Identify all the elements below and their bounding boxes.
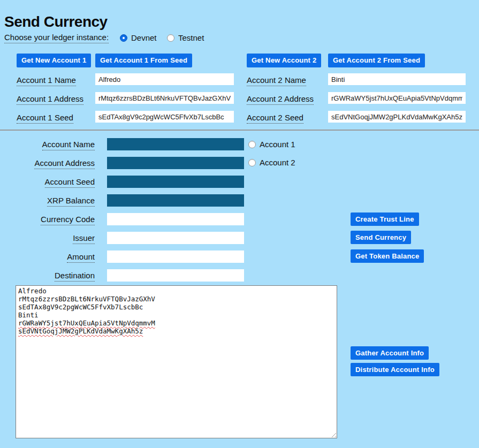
ledger-instance-label: Choose your ledger instance: (4, 33, 109, 42)
currency-code-input[interactable] (107, 213, 244, 225)
send-currency-button[interactable]: Send Currency (351, 231, 411, 244)
account1-radio-label: Account 1 (260, 140, 295, 149)
account-info-textarea[interactable]: AlfredorMtqz6zzrsBDzBLt6NrkuVFTQBvJazGXh… (16, 285, 337, 438)
account-info-line: rGWRaWY5jst7hUxQEuApia5VtNpVdqmmvM (18, 319, 334, 327)
devnet-radio-option[interactable]: Devnet (120, 33, 157, 42)
get-token-balance-button[interactable]: Get Token Balance (351, 249, 424, 263)
account2-radio[interactable] (248, 159, 256, 166)
xrp-balance-label: XRP Balance (0, 194, 95, 207)
issuer-input[interactable] (107, 232, 244, 244)
testnet-radio[interactable] (167, 34, 174, 42)
account2-address-input[interactable] (328, 92, 466, 104)
devnet-label: Devnet (131, 33, 157, 42)
get-account2-from-seed-button[interactable]: Get Account 2 From Seed (328, 54, 425, 67)
account1-address-label: Account 1 Address (17, 94, 83, 103)
section-divider (0, 130, 479, 131)
devnet-radio[interactable] (120, 34, 127, 42)
account-info-line: sEdTAx8gV9c2pgWcWC5FfvXb7LscbBc (18, 303, 334, 311)
gather-account-info-button[interactable]: Gather Account Info (351, 346, 429, 360)
account-name-field[interactable] (107, 138, 244, 150)
account-name-label: Account Name (0, 138, 95, 150)
account-address-field[interactable] (107, 157, 244, 169)
issuer-label: Issuer (0, 232, 95, 244)
account1-seed-label: Account 1 Seed (17, 113, 73, 122)
amount-label: Amount (0, 250, 95, 263)
account2-seed-input[interactable] (328, 111, 466, 123)
account-seed-label: Account Seed (0, 176, 95, 188)
account2-radio-label: Account 2 (260, 158, 295, 167)
destination-input[interactable] (107, 269, 244, 282)
account2-name-input[interactable] (328, 73, 466, 85)
get-new-account2-button[interactable]: Get New Account 2 (247, 54, 321, 67)
distribute-account-info-button[interactable]: Distribute Account Info (351, 363, 439, 376)
testnet-radio-option[interactable]: Testnet (167, 33, 204, 42)
destination-label: Destination (0, 269, 95, 282)
get-new-account1-button[interactable]: Get New Account 1 (17, 54, 91, 67)
testnet-label: Testnet (178, 33, 204, 42)
resize-handle-icon[interactable] (330, 431, 336, 437)
account-info-line: Alfredo (18, 287, 334, 295)
currency-code-label: Currency Code (0, 213, 95, 225)
account-info-line: sEdVNtGoqjJMW2gPLKdVdaMwKgXAh5z (18, 327, 334, 335)
account2-seed-label: Account 2 Seed (247, 113, 303, 122)
page-title: Send Currency (4, 13, 108, 31)
account1-seed-input[interactable] (95, 111, 234, 123)
account2-radio-option[interactable]: Account 2 (248, 158, 295, 167)
account1-radio-option[interactable]: Account 1 (248, 140, 295, 149)
send-currency-page: Send Currency Choose your ledger instanc… (0, 0, 479, 448)
account-address-label: Account Address (0, 157, 95, 169)
xrp-balance-field[interactable] (107, 194, 244, 207)
account-seed-field[interactable] (107, 176, 244, 188)
get-account1-from-seed-button[interactable]: Get Account 1 From Seed (95, 54, 192, 67)
account1-name-input[interactable] (95, 73, 234, 85)
account2-address-label: Account 2 Address (247, 94, 314, 103)
account1-name-label: Account 1 Name (17, 75, 76, 85)
account-info-line: Binti (18, 311, 334, 319)
account1-address-input[interactable] (95, 92, 234, 104)
create-trust-line-button[interactable]: Create Trust Line (351, 212, 419, 226)
amount-input[interactable] (107, 250, 244, 263)
account-info-line: rMtqz6zzrsBDzBLt6NrkuVFTQBvJazGXhV (18, 295, 334, 303)
account1-radio[interactable] (248, 141, 256, 148)
account2-name-label: Account 2 Name (247, 75, 306, 85)
